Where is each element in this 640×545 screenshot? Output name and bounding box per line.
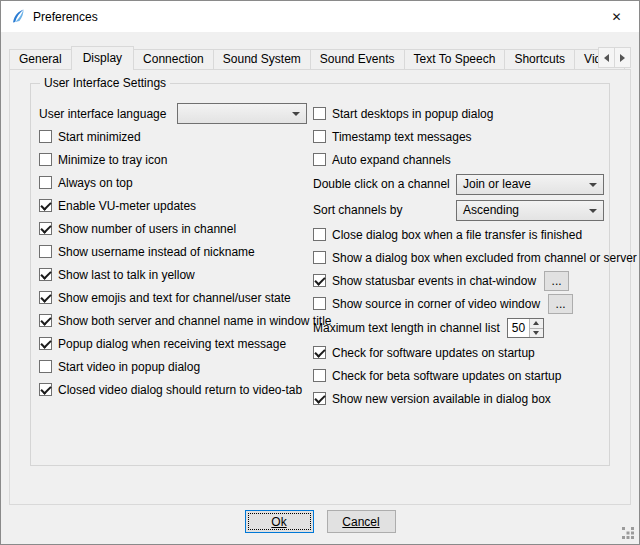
checkbox-enable-vu-meter-updates[interactable]: Enable VU-meter updates xyxy=(39,194,313,217)
checkbox-label: Close dialog box when a file transfer is… xyxy=(332,228,582,242)
ok-button-label: Ok xyxy=(271,515,286,529)
max-text-length-spinner[interactable]: 50 xyxy=(507,318,544,338)
max-text-length-row: Maximum text length in channel list 50 xyxy=(313,315,605,341)
checkbox-label: Start video in popup dialog xyxy=(58,360,200,374)
checkbox-box[interactable] xyxy=(39,176,52,189)
checkbox-box[interactable] xyxy=(39,383,52,396)
sort-channels-label: Sort channels by xyxy=(313,203,402,217)
checkbox-box[interactable] xyxy=(313,153,326,166)
checkbox-box[interactable] xyxy=(39,245,52,258)
checkbox-box[interactable] xyxy=(313,392,326,405)
checkbox-auto-expand-channels[interactable]: Auto expand channels xyxy=(313,148,605,171)
tab-sound-system[interactable]: Sound System xyxy=(213,49,311,69)
tab-text-to-speech[interactable]: Text To Speech xyxy=(404,49,506,69)
video-source-more-button[interactable]: ... xyxy=(548,294,573,314)
checkbox-box[interactable] xyxy=(313,274,326,287)
language-row: User interface language xyxy=(39,102,313,125)
preferences-dialog: Preferences ✕ General Display Connection… xyxy=(0,0,640,545)
language-select[interactable] xyxy=(177,103,307,124)
checkbox-closed-video-return-to-video-tab[interactable]: Closed video dialog should return to vid… xyxy=(39,378,313,401)
checkbox-box[interactable] xyxy=(39,153,52,166)
checkbox-start-video-in-popup-dialog[interactable]: Start video in popup dialog xyxy=(39,355,313,378)
checkbox-box[interactable] xyxy=(39,337,52,350)
chevron-down-icon xyxy=(589,183,597,187)
arrow-up-icon xyxy=(533,321,539,325)
checkbox-box[interactable] xyxy=(39,199,52,212)
checkbox-show-server-and-channel-in-title[interactable]: Show both server and channel name in win… xyxy=(39,309,313,332)
checkbox-label: Timestamp text messages xyxy=(332,130,472,144)
group-title: User Interface Settings xyxy=(40,76,170,90)
checkbox-check-software-updates[interactable]: Check for software updates on startup xyxy=(313,341,605,364)
cancel-button[interactable]: Cancel xyxy=(327,510,396,533)
tab-display[interactable]: Display xyxy=(71,46,134,70)
dialog-buttons: Ok Cancel xyxy=(1,510,639,533)
checkbox-close-dialog-when-transfer-finished[interactable]: Close dialog box when a file transfer is… xyxy=(313,223,605,246)
checkbox-label: Check for software updates on startup xyxy=(332,346,535,360)
double-click-select[interactable]: Join or leave xyxy=(456,174,604,195)
tab-scroll-left-button[interactable] xyxy=(598,47,615,68)
tab-scroll-right-button[interactable] xyxy=(614,47,631,68)
checkbox-box[interactable] xyxy=(39,314,52,327)
checkbox-show-number-of-users-in-channel[interactable]: Show number of users in channel xyxy=(39,217,313,240)
checkbox-box[interactable] xyxy=(313,346,326,359)
resize-grip[interactable] xyxy=(622,527,635,540)
checkbox-label: Popup dialog when receiving text message xyxy=(58,337,286,351)
sort-channels-selected-value: Ascending xyxy=(463,203,519,217)
checkbox-label: Show source in corner of video window xyxy=(332,297,540,311)
checkbox-box[interactable] xyxy=(313,297,326,310)
settings-columns: User interface language Start minimized xyxy=(31,84,609,410)
close-button[interactable]: ✕ xyxy=(594,1,639,32)
chevron-down-icon xyxy=(292,112,300,116)
ok-button[interactable]: Ok xyxy=(245,510,314,533)
checkbox-box[interactable] xyxy=(313,107,326,120)
sort-channels-row: Sort channels by Ascending xyxy=(313,197,605,223)
checkbox-timestamp-text-messages[interactable]: Timestamp text messages xyxy=(313,125,605,148)
checkbox-always-on-top[interactable]: Always on top xyxy=(39,171,313,194)
checkbox-show-dialog-when-excluded[interactable]: Show a dialog box when excluded from cha… xyxy=(313,246,605,269)
tab-connection[interactable]: Connection xyxy=(133,49,214,69)
checkbox-label: Start desktops in popup dialog xyxy=(332,107,493,121)
checkbox-box[interactable] xyxy=(39,130,52,143)
checkbox-label: Always on top xyxy=(58,176,133,190)
teamtalk-logo-icon xyxy=(10,9,26,25)
checkbox-label: Minimize to tray icon xyxy=(58,153,167,167)
checkbox-show-last-to-talk-in-yellow[interactable]: Show last to talk in yellow xyxy=(39,263,313,286)
dialog-body: General Display Connection Sound System … xyxy=(1,32,639,544)
checkbox-start-minimized[interactable]: Start minimized xyxy=(39,125,313,148)
checkbox-box[interactable] xyxy=(313,228,326,241)
checkbox-box[interactable] xyxy=(39,291,52,304)
arrow-down-icon xyxy=(533,331,539,335)
checkbox-box[interactable] xyxy=(39,360,52,373)
checkbox-box[interactable] xyxy=(39,222,52,235)
checkbox-box[interactable] xyxy=(313,369,326,382)
statusbar-events-more-button[interactable]: ... xyxy=(544,271,569,291)
tab-general[interactable]: General xyxy=(9,49,72,69)
sort-channels-select[interactable]: Ascending xyxy=(456,200,604,221)
window-title: Preferences xyxy=(33,10,98,24)
checkbox-show-username-instead-of-nickname[interactable]: Show username instead of nickname xyxy=(39,240,313,263)
tab-shortcuts[interactable]: Shortcuts xyxy=(504,49,575,69)
checkbox-label: Enable VU-meter updates xyxy=(58,199,196,213)
checkbox-show-video-source-row: Show source in corner of video window ..… xyxy=(313,292,605,315)
spinner-value: 50 xyxy=(508,319,529,337)
double-click-selected-value: Join or leave xyxy=(463,177,531,191)
arrow-right-icon xyxy=(620,54,625,62)
checkbox-popup-dialog-on-text-message[interactable]: Popup dialog when receiving text message xyxy=(39,332,313,355)
checkbox-label: Start minimized xyxy=(58,130,141,144)
checkbox-show-emojis-and-text-for-state[interactable]: Show emojis and text for channel/user st… xyxy=(39,286,313,309)
group-user-interface-settings: User Interface Settings User interface l… xyxy=(30,83,610,466)
checkbox-minimize-to-tray-icon[interactable]: Minimize to tray icon xyxy=(39,148,313,171)
arrow-left-icon xyxy=(604,54,609,62)
spinner-up-button[interactable] xyxy=(530,319,543,328)
right-column: Start desktops in popup dialog Timestamp… xyxy=(313,102,605,410)
tab-sound-events[interactable]: Sound Events xyxy=(310,49,405,69)
checkbox-check-beta-software-updates[interactable]: Check for beta software updates on start… xyxy=(313,364,605,387)
checkbox-label: Show new version available in dialog box xyxy=(332,392,551,406)
cancel-button-label: Cancel xyxy=(342,515,379,529)
checkbox-show-new-version-dialog[interactable]: Show new version available in dialog box xyxy=(313,387,605,410)
spinner-down-button[interactable] xyxy=(530,328,543,338)
checkbox-box[interactable] xyxy=(313,251,326,264)
checkbox-box[interactable] xyxy=(39,268,52,281)
checkbox-start-desktops-in-popup-dialog[interactable]: Start desktops in popup dialog xyxy=(313,102,605,125)
checkbox-box[interactable] xyxy=(313,130,326,143)
